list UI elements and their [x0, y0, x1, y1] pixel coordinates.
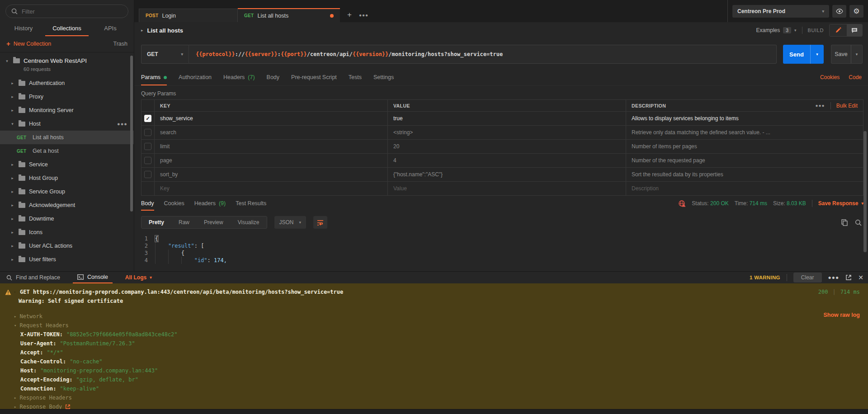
- tab-headers[interactable]: Headers (7): [223, 69, 255, 85]
- sidebar-folder-authentication[interactable]: ▸Authentication: [0, 76, 134, 90]
- send-options-button[interactable]: ▾: [810, 45, 824, 64]
- sidebar-tab-collections[interactable]: Collections: [45, 21, 89, 36]
- param-checkbox-unchecked[interactable]: [144, 157, 151, 164]
- collection-root[interactable]: ▾ Centreon Web RestAPI 60 requests: [0, 52, 134, 76]
- param-value-placeholder[interactable]: Value: [387, 181, 626, 195]
- filter-input[interactable]: [22, 8, 123, 15]
- close-console-button[interactable]: ✕: [858, 274, 863, 281]
- environment-quick-look-button[interactable]: [832, 5, 846, 18]
- param-checkbox-unchecked[interactable]: [144, 129, 151, 136]
- format-select[interactable]: JSON ▾: [274, 216, 307, 229]
- tab-login[interactable]: POST Login: [139, 9, 238, 22]
- examples-dropdown[interactable]: Examples 3 ▾: [756, 27, 797, 33]
- tab-params[interactable]: Params: [141, 69, 167, 85]
- wrap-text-button[interactable]: [313, 216, 327, 229]
- param-description[interactable]: Allows to display services belonging to …: [626, 111, 863, 125]
- param-key-placeholder[interactable]: Key: [154, 181, 387, 195]
- view-raw[interactable]: Raw: [171, 216, 197, 228]
- new-collection-button[interactable]: + New Collection: [6, 40, 51, 47]
- sidebar-folder-service[interactable]: ▸Service: [0, 158, 134, 171]
- tab-response-cookies[interactable]: Cookies: [164, 196, 184, 211]
- save-response-button[interactable]: Save Response ▾: [818, 200, 863, 207]
- cookies-link[interactable]: Cookies: [820, 74, 840, 80]
- url-input[interactable]: {{protocol}}://{{server}}:{{port}}/centr…: [189, 45, 777, 64]
- sidebar-folder-host-group[interactable]: ▸Host Group: [0, 171, 134, 185]
- clear-console-button[interactable]: Clear: [793, 273, 822, 282]
- sidebar-folder-icons[interactable]: ▸Icons: [0, 226, 134, 239]
- console-options-button[interactable]: ●●●: [828, 274, 840, 281]
- console-request-entry[interactable]: ▾ GET https://monitoring-preprod.company…: [5, 287, 861, 296]
- param-value[interactable]: 4: [387, 153, 626, 167]
- tab-response-headers[interactable]: Headers (9): [194, 196, 226, 211]
- param-description[interactable]: Retrieve only data matching the defined …: [626, 125, 863, 139]
- console-section-response-headers[interactable]: ▸ Response Headers: [14, 393, 861, 402]
- sidebar-folder-user-acl-actions[interactable]: ▸User ACL actions: [0, 239, 134, 253]
- save-button[interactable]: Save: [831, 45, 851, 64]
- param-checkbox-unchecked[interactable]: [144, 171, 151, 178]
- param-description[interactable]: Number of the requested page: [626, 153, 863, 167]
- response-body-editor[interactable]: 1 { 2 "result": [ 3 { 4 "id": 174,: [134, 231, 868, 264]
- table-options-button[interactable]: ●●●: [816, 103, 825, 108]
- chevron-right-icon[interactable]: ▸: [141, 28, 143, 33]
- method-select[interactable]: GET ▾: [141, 45, 189, 64]
- save-options-button[interactable]: ▾: [851, 45, 863, 64]
- tab-authorization[interactable]: Authorization: [179, 69, 212, 85]
- ssl-warning-globe-icon[interactable]: [678, 200, 686, 207]
- sidebar-tab-apis[interactable]: APIs: [89, 21, 132, 36]
- sidebar-scrollbar[interactable]: [130, 56, 133, 212]
- sidebar-folder-user-filters[interactable]: ▸User filters: [0, 253, 134, 266]
- comment-button[interactable]: [847, 24, 862, 36]
- tab-options-button[interactable]: ●●●: [359, 13, 368, 18]
- tab-pre-request-script[interactable]: Pre-request Script: [291, 69, 337, 85]
- find-and-replace-button[interactable]: Find and Replace: [6, 274, 60, 281]
- tab-tests[interactable]: Tests: [349, 69, 362, 85]
- sidebar-folder-service-group[interactable]: ▸Service Group: [0, 185, 134, 198]
- filter-box[interactable]: [5, 5, 128, 18]
- tab-body[interactable]: Body: [267, 69, 280, 85]
- tab-response-body[interactable]: Body: [141, 196, 154, 211]
- open-in-new-icon[interactable]: [845, 274, 852, 281]
- search-response-icon[interactable]: [855, 219, 862, 226]
- copy-icon[interactable]: [841, 219, 848, 226]
- folder-options-button[interactable]: ●●●: [117, 121, 127, 127]
- view-visualize[interactable]: Visualize: [231, 216, 267, 228]
- new-tab-button[interactable]: +: [347, 10, 352, 19]
- chevron-down-icon[interactable]: ▾: [14, 290, 18, 294]
- tab-test-results[interactable]: Test Results: [236, 196, 266, 211]
- view-preview[interactable]: Preview: [197, 216, 231, 228]
- view-pretty[interactable]: Pretty: [142, 216, 171, 228]
- edit-button[interactable]: [830, 24, 847, 36]
- environment-select[interactable]: Centreon Pre Prod ▾: [732, 5, 829, 18]
- sidebar-folder-acknowledgement[interactable]: ▸Acknowledgement: [0, 198, 134, 212]
- main-scrollbar[interactable]: [863, 131, 867, 252]
- console-section-network[interactable]: ▸ Network: [14, 312, 861, 321]
- tab-list-all-hosts[interactable]: GET List all hosts: [238, 8, 340, 22]
- sidebar-folder-proxy[interactable]: ▸Proxy: [0, 90, 134, 104]
- chevron-down-icon[interactable]: ▾: [5, 59, 9, 63]
- show-raw-log-link[interactable]: Show raw log: [823, 312, 860, 318]
- param-key[interactable]: page: [154, 153, 387, 167]
- sidebar-folder-host[interactable]: ▾Host●●●: [0, 117, 134, 131]
- trash-button[interactable]: Trash: [113, 41, 128, 47]
- sidebar-request-list-all-hosts[interactable]: GETList all hosts: [0, 131, 134, 144]
- param-key[interactable]: search: [154, 125, 387, 139]
- log-filter-dropdown[interactable]: All Logs ▾: [125, 274, 152, 281]
- settings-button[interactable]: ⚙: [849, 5, 863, 18]
- console-section-request-headers[interactable]: ▾ Request Headers: [14, 321, 861, 330]
- code-link[interactable]: Code: [849, 74, 862, 80]
- sidebar-folder-downtime[interactable]: ▸Downtime: [0, 212, 134, 226]
- tab-console[interactable]: Console: [73, 272, 113, 283]
- tab-settings[interactable]: Settings: [373, 69, 394, 85]
- send-button[interactable]: Send: [783, 45, 810, 64]
- param-key[interactable]: limit: [154, 139, 387, 153]
- bulk-edit-link[interactable]: Bulk Edit: [836, 103, 858, 109]
- param-key[interactable]: sort_by: [154, 167, 387, 181]
- param-description[interactable]: Number of items per pages: [626, 139, 863, 153]
- param-value[interactable]: {"host.name":"ASC"}: [387, 167, 626, 181]
- param-checkbox-checked[interactable]: ✓: [144, 115, 151, 122]
- param-checkbox-unchecked[interactable]: [144, 143, 151, 150]
- sidebar-folder-monitoring-server[interactable]: ▸Monitoring Server: [0, 104, 134, 117]
- param-value[interactable]: <string>: [387, 125, 626, 139]
- sidebar-request-get-a-host[interactable]: GETGet a host: [0, 144, 134, 158]
- param-value[interactable]: true: [387, 111, 626, 125]
